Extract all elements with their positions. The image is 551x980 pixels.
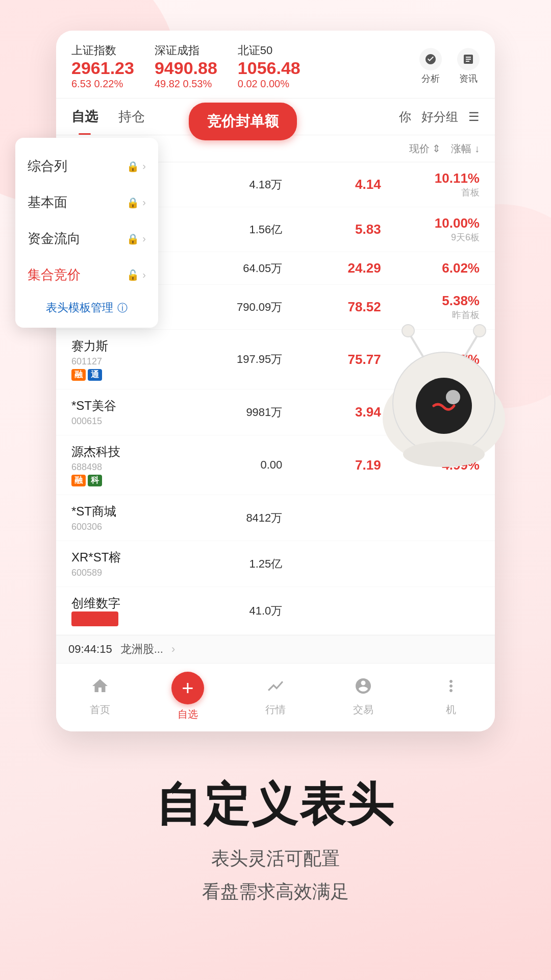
tab-you[interactable]: 你 (399, 109, 411, 125)
trade-icon (354, 677, 372, 700)
menu-footer-label: 表头模板管理 (46, 300, 113, 315)
mascot-svg (367, 316, 520, 470)
dropdown-menu: 综合列 🔒 › 基本面 🔒 › 资金流向 🔒 › 集合竞价 🔓 › 表头模板管理… (15, 138, 158, 328)
tab-row: 自选 持仓 竞价封单额 你 好分组 ☰ (56, 99, 495, 135)
analysis-icon (419, 48, 442, 70)
badge-ke: 科 (88, 475, 102, 486)
index-change-sh: 6.53 0.22% (71, 78, 134, 90)
nav-market-label: 行情 (265, 703, 286, 717)
nav-more-label: 机 (446, 703, 456, 717)
arrow-icon-fundamental: › (142, 197, 146, 208)
header-actions: 分析 资讯 (419, 48, 480, 85)
ticker-time: 09:44:15 (68, 643, 112, 656)
add-icon[interactable]: + (171, 672, 204, 704)
sub-title-line1: 表头灵活可配置 (211, 848, 340, 869)
arrow-icon-bid: › (142, 269, 146, 281)
sub-title-line2: 看盘需求高效满足 (202, 881, 349, 902)
menu-item-label-bid: 集合竞价 (28, 266, 81, 284)
index-shenzhen[interactable]: 深证成指 9490.88 49.82 0.53% (155, 43, 217, 90)
nav-home[interactable]: 首页 (69, 677, 131, 717)
bottom-text-section: 自定义表头 表头灵活可配置 看盘需求高效满足 (0, 779, 551, 909)
monitor-label: 监控精灵 (71, 611, 184, 626)
index-name-bj: 北证50 (238, 43, 300, 58)
home-icon (91, 677, 109, 700)
news-label: 资讯 (459, 72, 478, 85)
index-name-sz: 深证成指 (155, 43, 217, 58)
badge-rong2: 融 (71, 475, 86, 486)
index-shangheng[interactable]: 上证指数 2961.23 6.53 0.22% (71, 43, 134, 90)
index-header: 上证指数 2961.23 6.53 0.22% 深证成指 9490.88 49.… (56, 31, 495, 99)
tab-position[interactable]: 持仓 (118, 99, 145, 135)
lock-icon-bid: 🔓 (127, 269, 139, 281)
nav-more[interactable]: 机 (420, 677, 482, 717)
index-value-sz: 9490.88 (155, 58, 217, 78)
tab-watchlist[interactable]: 自选 (71, 99, 98, 135)
menu-footer[interactable]: 表头模板管理 ⓘ (15, 293, 158, 323)
badge-tong: 通 (88, 369, 102, 381)
index-change-bj: 0.02 0.00% (238, 78, 300, 90)
stock-row-stshangcheng[interactable]: *ST商城 600306 8412万 (56, 495, 495, 541)
mascot (367, 316, 520, 470)
more-icon (442, 677, 460, 700)
menu-item-fundamental[interactable]: 基本面 🔒 › (15, 184, 158, 220)
lock-icon-capital: 🔒 (127, 233, 139, 245)
chart-icon (266, 677, 285, 700)
svg-point-5 (402, 325, 414, 337)
analysis-button[interactable]: 分析 (419, 48, 442, 85)
index-value-bj: 1056.48 (238, 58, 300, 78)
index-name-sh: 上证指数 (71, 43, 134, 58)
nav-market[interactable]: 行情 (245, 677, 306, 717)
nav-home-label: 首页 (90, 703, 110, 717)
tab-group[interactable]: 好分组 (421, 109, 458, 125)
arrow-icon-capital: › (142, 233, 146, 244)
ticker-name: 龙洲股... (120, 642, 163, 657)
lock-icon-general: 🔒 (127, 160, 139, 173)
nav-trade-label: 交易 (353, 703, 373, 717)
svg-point-8 (403, 442, 485, 467)
ticker-arrow[interactable]: › (171, 643, 175, 656)
bottom-nav: 首页 + 自选 行情 交易 机 (56, 663, 495, 731)
svg-point-7 (473, 325, 486, 337)
menu-item-label-general: 综合列 (28, 157, 67, 175)
nav-trade[interactable]: 交易 (333, 677, 394, 717)
col-change: 涨幅 ↓ (451, 142, 480, 156)
arrow-icon-general: › (142, 160, 146, 172)
nav-watchlist[interactable]: + 自选 (157, 672, 218, 721)
lock-icon-fundamental: 🔒 (127, 197, 139, 209)
sub-title: 表头灵活可配置 看盘需求高效满足 (0, 842, 551, 909)
menu-item-bid[interactable]: 集合竞价 🔓 › (15, 257, 158, 293)
menu-item-label-capital: 资金流向 (28, 230, 81, 248)
news-icon (457, 48, 480, 70)
badge-rong: 融 (71, 369, 86, 381)
nav-watchlist-label: 自选 (178, 707, 198, 721)
menu-item-label-fundamental: 基本面 (28, 193, 67, 211)
index-beijing[interactable]: 北证50 1056.48 0.02 0.00% (238, 43, 300, 90)
menu-item-capital[interactable]: 资金流向 🔒 › (15, 220, 158, 257)
col-current-price: 现价 ⇕ (409, 142, 441, 156)
menu-item-general[interactable]: 综合列 🔒 › (15, 148, 158, 184)
ticker-bar: 09:44:15 龙洲股... › (56, 635, 495, 663)
main-title: 自定义表头 (0, 779, 551, 830)
stock-row-chuangwei[interactable]: 创维数字 监控精灵 41.0万 (56, 587, 495, 635)
news-button[interactable]: 资讯 (457, 48, 480, 85)
index-value-sh: 2961.23 (71, 58, 134, 78)
tab-right-actions: 你 好分组 ☰ (399, 109, 480, 125)
index-change-sz: 49.82 0.53% (155, 78, 217, 90)
menu-icon[interactable]: ☰ (468, 110, 480, 124)
bid-button[interactable]: 竞价封单额 (189, 103, 297, 140)
stock-row-xrstrong[interactable]: XR*ST榕 600589 1.25亿 (56, 541, 495, 587)
svg-point-3 (446, 390, 460, 404)
info-icon: ⓘ (117, 301, 128, 315)
analysis-label: 分析 (421, 72, 440, 85)
